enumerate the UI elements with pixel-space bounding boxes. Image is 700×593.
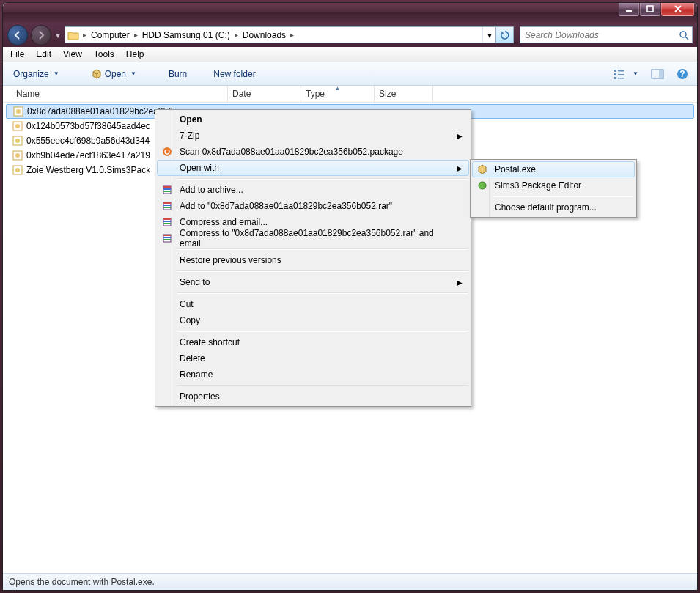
ctx-delete[interactable]: Delete xyxy=(157,350,469,367)
svg-rect-5 xyxy=(614,77,616,79)
ctx-copy[interactable]: Copy xyxy=(157,312,469,328)
ctx-cut[interactable]: Cut xyxy=(157,296,469,312)
search-box xyxy=(520,26,693,43)
svg-rect-1 xyxy=(647,6,653,12)
svg-point-16 xyxy=(15,124,20,128)
organize-button[interactable]: Organize▼ xyxy=(7,67,65,81)
open-with-submenu: Postal.exe Sims3 Package Editor Choose d… xyxy=(470,159,637,218)
svg-rect-26 xyxy=(163,188,171,190)
ctx-send-to[interactable]: Send to▶ xyxy=(157,274,469,290)
package-icon xyxy=(12,106,24,117)
view-mode-button[interactable]: ▼ xyxy=(609,66,643,82)
separator xyxy=(177,270,468,272)
new-folder-button[interactable]: New folder xyxy=(207,67,261,81)
address-dropdown[interactable]: ▾ xyxy=(482,27,495,43)
ctx-open-with[interactable]: Open with▶ xyxy=(157,160,469,176)
folder-icon xyxy=(65,30,81,40)
submenu-default[interactable]: Choose default program... xyxy=(472,199,635,216)
svg-text:?: ? xyxy=(679,69,685,79)
context-menu: Open 7-Zip▶ Scan 0x8d7ada088ae01aa01829b… xyxy=(155,109,471,407)
svg-rect-37 xyxy=(163,235,171,236)
svg-rect-0 xyxy=(626,10,632,12)
ctx-add-archive[interactable]: Add to archive... xyxy=(157,182,469,198)
file-name: Zoie Westberg V1.0.Sims3Pack xyxy=(26,165,150,175)
svg-point-14 xyxy=(16,109,21,114)
svg-point-22 xyxy=(15,168,20,172)
ctx-open[interactable]: Open xyxy=(157,111,469,128)
ctx-restore[interactable]: Restore previous versions xyxy=(157,252,469,268)
nav-forward-button xyxy=(31,25,51,45)
chevron-right-icon: ▸ xyxy=(133,31,139,39)
ctx-shortcut[interactable]: Create shortcut xyxy=(157,334,469,350)
ctx-scan[interactable]: Scan 0x8d7ada088ae01aa01829bc2ea356b052.… xyxy=(157,144,469,160)
search-input[interactable] xyxy=(520,30,676,40)
column-size[interactable]: Size xyxy=(375,86,433,102)
status-text: Opens the document with Postal.exe. xyxy=(9,577,155,587)
burn-button[interactable]: Burn xyxy=(163,67,193,81)
winrar-icon xyxy=(161,216,173,228)
separator xyxy=(177,292,468,294)
ctx-properties[interactable]: Properties xyxy=(157,388,469,405)
help-button[interactable]: ? xyxy=(672,66,693,82)
submenu-postal[interactable]: Postal.exe xyxy=(472,161,635,177)
address-bar[interactable]: ▸ Computer ▸ HDD Samsung 01 (C:) ▸ Downl… xyxy=(65,26,514,43)
file-name: 0x124b0573bd57f38645aad4ec xyxy=(26,121,150,131)
column-headers: Name Date Type▲ Size xyxy=(3,86,697,103)
menu-bar: File Edit View Tools Help xyxy=(3,47,697,62)
refresh-button[interactable] xyxy=(495,27,513,43)
toolbar: Organize▼ Open▼ Burn New folder ▼ ? xyxy=(3,62,697,86)
svg-rect-31 xyxy=(163,207,171,208)
svg-rect-29 xyxy=(163,202,171,204)
sort-asc-icon: ▲ xyxy=(335,85,341,92)
svg-rect-34 xyxy=(163,221,171,222)
preview-pane-button[interactable] xyxy=(646,67,668,81)
nav-back-button[interactable] xyxy=(7,25,28,45)
chevron-right-icon: ▸ xyxy=(289,31,295,39)
svg-rect-8 xyxy=(618,78,624,79)
breadcrumb-drive[interactable]: HDD Samsung 01 (C:) xyxy=(139,27,233,43)
close-button[interactable] xyxy=(661,3,694,16)
column-name[interactable]: Name xyxy=(12,86,228,102)
ctx-rename[interactable]: Rename xyxy=(157,367,469,383)
status-bar: Opens the document with Postal.exe. xyxy=(3,573,697,590)
menu-view[interactable]: View xyxy=(57,48,88,61)
breadcrumb-folder[interactable]: Downloads xyxy=(240,27,289,43)
postal-icon xyxy=(476,163,488,175)
package-icon xyxy=(12,150,23,161)
explorer-window: ▾ ▸ Computer ▸ HDD Samsung 01 (C:) ▸ Dow… xyxy=(2,2,698,591)
svg-rect-27 xyxy=(163,191,171,192)
svg-point-23 xyxy=(163,147,172,156)
search-icon[interactable] xyxy=(676,30,692,40)
winrar-icon xyxy=(161,184,173,196)
svg-rect-33 xyxy=(163,218,171,220)
ctx-7zip[interactable]: 7-Zip▶ xyxy=(157,128,469,144)
svg-point-2 xyxy=(680,32,686,37)
maximize-button[interactable] xyxy=(640,3,660,16)
package-icon xyxy=(12,164,23,176)
chevron-right-icon: ▶ xyxy=(457,164,463,172)
svg-point-20 xyxy=(15,153,20,158)
menu-tools[interactable]: Tools xyxy=(88,48,120,61)
menu-edit[interactable]: Edit xyxy=(30,48,57,61)
svg-rect-7 xyxy=(618,74,624,75)
menu-file[interactable]: File xyxy=(4,48,30,61)
file-name: 0xb9b04ede7ecf1863e417a219 xyxy=(26,150,150,161)
ctx-compress-to[interactable]: Compress to "0x8d7ada088ae01aa01829bc2ea… xyxy=(157,230,469,246)
package-icon xyxy=(12,135,23,147)
winrar-icon xyxy=(161,232,173,244)
chevron-right-icon: ▶ xyxy=(457,132,463,140)
breadcrumb-computer[interactable]: Computer xyxy=(88,27,133,43)
package-icon xyxy=(92,69,102,79)
submenu-s3pe[interactable]: Sims3 Package Editor xyxy=(472,177,635,194)
separator xyxy=(177,331,468,332)
column-type[interactable]: Type▲ xyxy=(301,86,375,102)
menu-help[interactable]: Help xyxy=(120,48,150,61)
chevron-right-icon: ▸ xyxy=(81,31,88,39)
svg-rect-25 xyxy=(163,186,171,188)
minimize-button[interactable] xyxy=(619,3,639,16)
open-button[interactable]: Open▼ xyxy=(86,67,142,81)
ctx-add-to[interactable]: Add to "0x8d7ada088ae01aa01829bc2ea356b0… xyxy=(157,198,469,214)
column-date[interactable]: Date xyxy=(228,86,301,102)
nav-history-dropdown[interactable]: ▾ xyxy=(54,26,62,44)
window-titlebar[interactable] xyxy=(3,3,697,23)
